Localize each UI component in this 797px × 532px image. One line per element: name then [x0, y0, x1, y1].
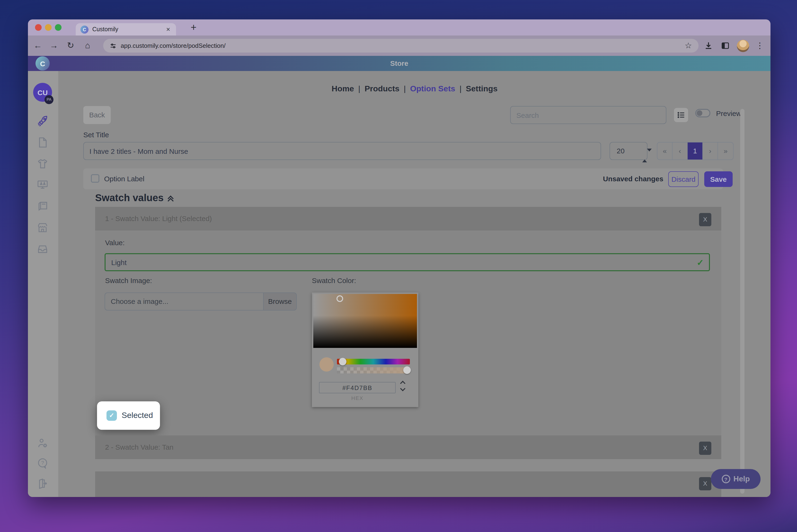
list-view-button[interactable]: [674, 108, 688, 122]
back-icon[interactable]: ←: [32, 36, 44, 56]
set-title-input[interactable]: [83, 142, 601, 160]
save-button[interactable]: Save: [704, 171, 733, 187]
new-tab-button[interactable]: +: [187, 21, 200, 34]
sidebar-item-launch[interactable]: [36, 115, 49, 127]
swatch2-header[interactable]: 2 - Swatch Value: Tan: [95, 435, 721, 459]
side-panel-icon[interactable]: [721, 36, 733, 56]
page-next-button[interactable]: ›: [703, 142, 718, 159]
saturation-area[interactable]: [313, 294, 417, 348]
page-prev-button[interactable]: ‹: [672, 142, 688, 159]
browser-menu-icon[interactable]: ⋮: [756, 36, 764, 56]
traffic-light-zoom[interactable]: [55, 24, 61, 31]
rocket-icon: [36, 115, 49, 127]
main-content: Home|Products|Option Sets|Settings Back …: [59, 71, 771, 497]
hue-slider-knob[interactable]: [339, 358, 346, 365]
swatch-image-label: Swatch Image:: [105, 277, 152, 284]
browse-button[interactable]: Browse: [264, 292, 297, 310]
browser-tab[interactable]: C Customily ✕: [76, 23, 176, 36]
nav-home[interactable]: Home: [331, 84, 354, 93]
page-size-select[interactable]: 20: [610, 142, 647, 160]
traffic-light-minimize[interactable]: [45, 24, 52, 31]
reload-icon[interactable]: ↻: [64, 36, 77, 56]
swatch2-delete-button[interactable]: X: [699, 442, 711, 455]
help-button[interactable]: ? Help: [711, 469, 761, 489]
page-first-button[interactable]: «: [658, 142, 672, 159]
storefront-icon: [36, 222, 49, 234]
nav-settings[interactable]: Settings: [466, 84, 498, 93]
toggle-knob: [697, 110, 702, 116]
preview-label: Preview: [716, 109, 741, 117]
address-bar[interactable]: app.customily.com/store/podSelection/ ☆: [103, 39, 699, 53]
saturation-marker[interactable]: [337, 295, 343, 302]
sidebar-item-help[interactable]: ?: [36, 457, 49, 470]
value-input[interactable]: [105, 253, 710, 271]
home-icon[interactable]: ⌂: [81, 36, 94, 56]
set-title-label: Set Title: [83, 131, 109, 139]
option-label-text: Option Label: [104, 175, 144, 183]
page-viewport: C Store CU PA: [28, 56, 771, 497]
browser-toolbar: ← → ↻ ⌂ app.customily.com/store/podSelec…: [28, 36, 771, 56]
selected-checkbox[interactable]: ✓: [107, 410, 117, 421]
color-format-stepper[interactable]: [401, 381, 405, 391]
alpha-slider-knob[interactable]: [403, 366, 411, 374]
traffic-light-close[interactable]: [35, 24, 42, 31]
swatch3-header-partial[interactable]: [95, 471, 721, 497]
top-navigation: Home|Products|Option Sets|Settings: [59, 84, 771, 94]
option-label-checkbox[interactable]: [91, 174, 99, 183]
sidebar-item-products[interactable]: [36, 158, 49, 170]
store-title: Store: [28, 56, 771, 71]
hex-input[interactable]: [319, 382, 396, 393]
swatch1-delete-button[interactable]: X: [699, 213, 711, 226]
discard-button[interactable]: Discard: [668, 171, 699, 187]
valid-check-icon: ✓: [697, 258, 704, 268]
inbox-icon: [36, 243, 49, 255]
svg-text:?: ?: [41, 460, 44, 466]
preview-toggle[interactable]: [695, 109, 710, 117]
color-preview-swatch: [320, 357, 334, 372]
choose-image-input[interactable]: Choose a image...: [105, 292, 264, 310]
hex-format-label: HEX: [319, 395, 396, 401]
sidebar-item-design-tool[interactable]: [36, 178, 49, 191]
pagination: « ‹ 1 › »: [657, 142, 734, 160]
sidebar-item-inbox[interactable]: [36, 243, 49, 255]
content-scrollbar[interactable]: [740, 109, 744, 494]
page-last-button[interactable]: »: [718, 142, 733, 159]
forward-icon[interactable]: →: [48, 36, 60, 56]
list-icon: [677, 111, 685, 119]
nav-option-sets[interactable]: Option Sets: [410, 84, 455, 93]
collapse-icon[interactable]: [168, 196, 172, 201]
url-text[interactable]: app.customily.com/store/podSelection/: [121, 42, 226, 49]
browser-profile-avatar[interactable]: [737, 40, 749, 52]
browser-window: C Customily ✕ + ← → ↻ ⌂ app.customily.co…: [28, 19, 771, 497]
search-input[interactable]: [510, 106, 666, 124]
selected-card: ✓ Selected: [97, 401, 160, 430]
help-bubble-icon: ?: [36, 457, 49, 470]
close-tab-icon[interactable]: ✕: [166, 26, 170, 33]
file-icon: [36, 136, 49, 149]
sidebar-item-account-settings[interactable]: [36, 437, 49, 449]
tab-strip: C Customily ✕ +: [28, 19, 771, 36]
value-label: Value:: [105, 239, 125, 247]
back-button[interactable]: Back: [83, 106, 111, 124]
swatch1-header[interactable]: 1 - Swatch Value: Light (Selected): [95, 207, 721, 230]
help-question-icon: ?: [722, 475, 730, 483]
swatch3-delete-button[interactable]: X: [699, 477, 711, 490]
sidebar-item-store[interactable]: [36, 222, 49, 234]
sidebar-item-library[interactable]: [36, 200, 49, 212]
sidebar-item-templates[interactable]: [36, 136, 49, 149]
customily-favicon-icon: C: [80, 25, 89, 33]
selected-label: Selected: [121, 401, 153, 430]
swatch-values-heading: Swatch values: [95, 192, 172, 204]
logout-door-icon: [36, 478, 49, 490]
tab-title: Customily: [92, 26, 118, 33]
user-gear-icon: [36, 437, 49, 449]
alpha-slider[interactable]: [337, 367, 410, 374]
page-current[interactable]: 1: [688, 142, 703, 159]
hue-slider[interactable]: [337, 359, 410, 364]
download-icon[interactable]: [704, 36, 716, 56]
nav-products[interactable]: Products: [365, 84, 399, 93]
tune-icon: [109, 42, 117, 50]
tshirt-icon: [36, 158, 49, 170]
sidebar-item-logout[interactable]: [36, 478, 49, 490]
bookmark-star-icon[interactable]: ☆: [685, 41, 692, 51]
